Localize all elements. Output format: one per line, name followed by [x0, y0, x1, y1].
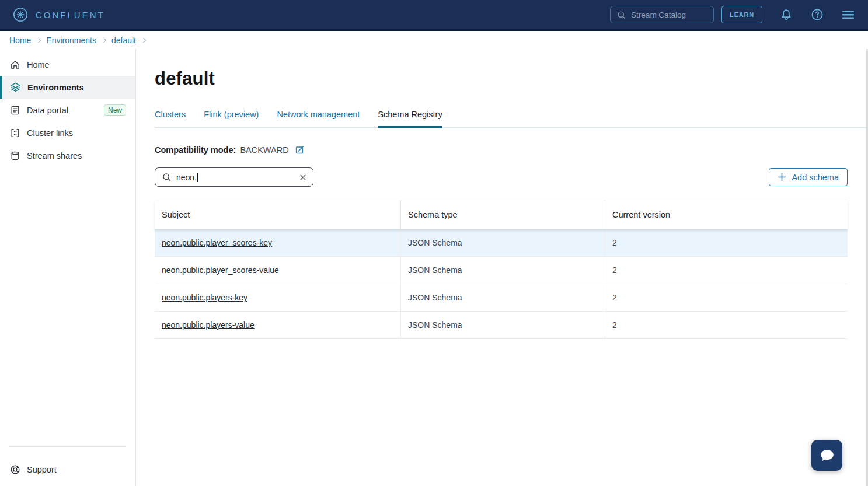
subject-search-value: neon. [176, 173, 197, 182]
clear-search-button[interactable] [299, 173, 307, 181]
sidebar-item-label: Stream shares [27, 151, 82, 160]
subject-link[interactable]: neon.public.players-value [162, 320, 255, 330]
subject-link[interactable]: neon.public.players-key [162, 293, 247, 302]
page-title: default [155, 68, 848, 89]
tab-schema-registry[interactable]: Schema Registry [378, 110, 442, 127]
current-version-cell: 2 [605, 229, 848, 256]
sidebar-item-label: Data portal [27, 106, 68, 115]
sidebar-item-label: Environments [27, 83, 84, 92]
speech-bubble-icon [818, 447, 836, 464]
stream-catalog-search[interactable] [610, 6, 714, 23]
breadcrumb-home[interactable]: Home [9, 36, 31, 45]
sidebar-item-cluster-links[interactable]: Cluster links [0, 121, 135, 144]
add-schema-button[interactable]: Add schema [769, 168, 848, 186]
sidebar-item-label: Cluster links [27, 128, 73, 138]
document-icon [10, 105, 20, 116]
chevron-right-icon [141, 38, 146, 43]
layers-icon [10, 82, 21, 93]
search-icon [616, 10, 626, 20]
confluent-logo-icon [12, 6, 29, 23]
table-row[interactable]: neon.public.players-key JSON Schema 2 [155, 284, 848, 312]
lifebuoy-icon [10, 464, 20, 475]
subject-link[interactable]: neon.public.player_scores-value [162, 265, 279, 275]
sidebar-item-label: Support [27, 465, 57, 474]
subject-link[interactable]: neon.public.player_scores-key [162, 238, 272, 247]
tab-clusters[interactable]: Clusters [155, 110, 186, 127]
main-menu-button[interactable] [841, 8, 855, 22]
text-caret [197, 173, 198, 182]
edit-icon [295, 145, 305, 155]
schemas-table: Subject Schema type Current version neon… [155, 200, 848, 339]
chevron-right-icon [102, 38, 106, 43]
current-version-cell: 2 [605, 284, 848, 311]
table-row[interactable]: neon.public.player_scores-key JSON Schem… [155, 229, 848, 257]
bell-icon [779, 8, 793, 22]
app-window: CONFLUENT LEARN [0, 0, 868, 486]
brand-name: CONFLUENT [36, 10, 105, 20]
environment-tabs: Clusters Flink (preview) Network managem… [155, 110, 867, 128]
search-icon [162, 172, 172, 182]
chevron-right-icon [36, 38, 41, 43]
compatibility-mode-label: Compatibility mode: [155, 145, 236, 155]
sidebar-item-label: Home [27, 60, 50, 69]
hamburger-icon [841, 8, 855, 22]
compatibility-mode-row: Compatibility mode: BACKWARD [155, 145, 848, 155]
help-icon [810, 8, 824, 22]
schema-type-cell: JSON Schema [401, 284, 605, 311]
confluent-brand[interactable]: CONFLUENT [12, 6, 105, 23]
breadcrumb: Home Environments default [0, 31, 868, 49]
learn-button[interactable]: LEARN [721, 6, 762, 23]
schema-type-cell: JSON Schema [401, 229, 605, 256]
cluster-links-icon [10, 128, 20, 138]
sidebar-item-stream-shares[interactable]: Stream shares [0, 144, 135, 167]
current-version-cell: 2 [605, 312, 848, 338]
breadcrumb-environments[interactable]: Environments [46, 36, 96, 45]
table-row[interactable]: neon.public.players-value JSON Schema 2 [155, 312, 848, 339]
column-header-schema-type: Schema type [401, 200, 605, 229]
notifications-button[interactable] [779, 8, 793, 22]
table-controls: neon. [155, 167, 848, 187]
plus-icon [778, 173, 786, 181]
table-header: Subject Schema type Current version [155, 200, 848, 229]
sidebar: Home Environments [0, 49, 136, 486]
new-badge: New [104, 104, 126, 116]
tab-network-management[interactable]: Network management [277, 110, 360, 127]
sidebar-item-environments[interactable]: Environments [0, 76, 135, 99]
chat-support-button[interactable] [811, 440, 842, 471]
database-icon [10, 151, 20, 161]
main-content: default Clusters Flink (preview) Network… [136, 49, 868, 486]
add-schema-label: Add schema [792, 173, 839, 182]
breadcrumb-default[interactable]: default [111, 36, 136, 45]
sidebar-item-home[interactable]: Home [0, 53, 135, 76]
help-button[interactable] [810, 8, 824, 22]
column-header-subject: Subject [155, 200, 401, 229]
current-version-cell: 2 [605, 257, 848, 284]
stream-catalog-search-input[interactable] [631, 11, 707, 19]
top-navbar: CONFLUENT LEARN [0, 0, 868, 31]
edit-compatibility-button[interactable] [295, 145, 305, 155]
table-row[interactable]: neon.public.player_scores-value JSON Sch… [155, 257, 848, 284]
tab-flink-preview[interactable]: Flink (preview) [204, 110, 259, 127]
compatibility-mode-value: BACKWARD [240, 145, 288, 155]
subject-search-input[interactable]: neon. [155, 167, 313, 187]
schema-type-cell: JSON Schema [401, 257, 605, 284]
sidebar-item-data-portal[interactable]: Data portal New [0, 99, 135, 121]
column-header-current-version: Current version [605, 200, 848, 229]
home-icon [10, 60, 20, 70]
close-icon [299, 173, 307, 181]
schema-type-cell: JSON Schema [401, 312, 605, 338]
sidebar-item-support[interactable]: Support [0, 460, 135, 479]
sidebar-divider [9, 446, 126, 447]
